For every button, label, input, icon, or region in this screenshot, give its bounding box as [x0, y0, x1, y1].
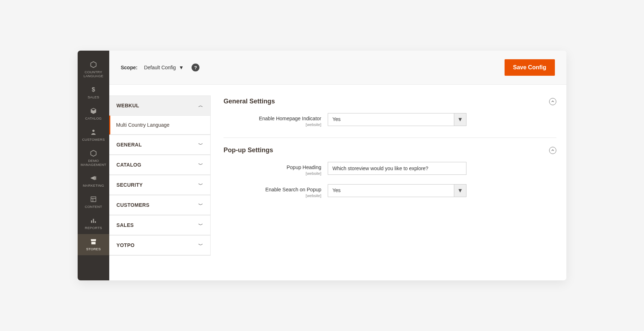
sidebar-item-sales[interactable]: $ SALES — [78, 82, 109, 103]
enable-homepage-indicator-select[interactable]: Yes ▼ — [328, 113, 466, 126]
config-subitem-multi-country-language[interactable]: Multi Country Language — [109, 116, 210, 135]
config-group-general: GENERAL ﹀ — [109, 135, 211, 155]
config-group-catalog: CATALOG ﹀ — [109, 155, 211, 175]
dollar-icon: $ — [89, 86, 97, 94]
collapse-up-icon[interactable] — [549, 147, 556, 154]
sidebar-item-stores[interactable]: STORES — [78, 234, 109, 255]
section-head-popup-settings[interactable]: Pop-up Settings — [224, 144, 556, 159]
svg-text:$: $ — [92, 86, 95, 93]
content: WEBKUL ︿ Multi Country Language GENERAL … — [109, 85, 566, 280]
scope-label: Scope: — [121, 65, 138, 70]
section-head-general-settings[interactable]: General Settings — [224, 95, 556, 110]
sidebar-item-label: COUNTRYLANGUAGE — [83, 70, 103, 78]
field-label: Enable Search on Popup — [265, 187, 321, 192]
config-group-label: YOTPO — [116, 242, 135, 248]
scope-value: Default Config — [144, 65, 176, 70]
config-nav: WEBKUL ︿ Multi Country Language GENERAL … — [109, 95, 211, 280]
svg-marker-0 — [91, 62, 96, 68]
popup-heading-input[interactable] — [328, 162, 466, 175]
svg-marker-3 — [91, 150, 96, 156]
config-group-label: CUSTOMERS — [116, 202, 150, 208]
sidebar-item-customers[interactable]: CUSTOMERS — [78, 125, 109, 146]
sidebar-item-content[interactable]: CONTENT — [78, 192, 109, 213]
config-group-label: GENERAL — [116, 142, 142, 148]
chevron-down-icon: ﹀ — [198, 222, 203, 228]
field-label-wrap: Enable Homepage Indicator [website] — [224, 113, 328, 127]
sidebar-item-reports[interactable]: REPORTS — [78, 213, 109, 234]
config-group-head-general[interactable]: GENERAL ﹀ — [109, 135, 210, 155]
config-group-head-catalog[interactable]: CATALOG ﹀ — [109, 155, 210, 175]
svg-rect-9 — [95, 222, 96, 223]
sidebar-item-country-language[interactable]: COUNTRYLANGUAGE — [78, 57, 109, 82]
sidebar-item-label: CUSTOMERS — [82, 138, 105, 142]
config-group-yotpo: YOTPO ﹀ — [109, 235, 211, 256]
bar-chart-icon — [89, 216, 97, 224]
config-group-head-customers[interactable]: CUSTOMERS ﹀ — [109, 195, 210, 215]
field-enable-search-on-popup: Enable Search on Popup [website] Yes ▼ — [224, 181, 556, 204]
config-group-label: SECURITY — [116, 182, 143, 188]
admin-sidebar: COUNTRYLANGUAGE $ SALES CATALOG CUSTOMER… — [78, 51, 109, 280]
box-icon — [89, 107, 97, 115]
caret-down-icon: ▼ — [179, 65, 184, 70]
field-label-wrap: Enable Search on Popup [website] — [224, 184, 328, 198]
select-value: Yes — [328, 113, 454, 126]
settings-panel: General Settings Enable Homepage Indicat… — [211, 95, 566, 280]
app-window: COUNTRYLANGUAGE $ SALES CATALOG CUSTOMER… — [78, 51, 566, 280]
svg-rect-7 — [91, 220, 92, 223]
sidebar-item-marketing[interactable]: MARKETING — [78, 171, 109, 192]
config-group-label: CATALOG — [116, 162, 141, 168]
config-group-customers: CUSTOMERS ﹀ — [109, 195, 211, 215]
select-value: Yes — [328, 185, 454, 197]
field-popup-heading: Popup Heading [website] — [224, 159, 556, 181]
field-scope: [website] — [224, 171, 321, 176]
hexagon-icon — [89, 149, 97, 157]
person-icon — [89, 128, 97, 136]
chevron-down-icon: ﹀ — [198, 141, 203, 148]
config-group-head-yotpo[interactable]: YOTPO ﹀ — [109, 236, 210, 255]
scope-select[interactable]: Default Config ▼ — [144, 65, 184, 70]
config-group-head-security[interactable]: SECURITY ﹀ — [109, 175, 210, 195]
topbar: Scope: Default Config ▼ ? Save Config — [109, 51, 566, 85]
main-area: Scope: Default Config ▼ ? Save Config WE… — [109, 51, 566, 280]
enable-search-on-popup-select[interactable]: Yes ▼ — [328, 184, 466, 197]
save-config-button[interactable]: Save Config — [505, 59, 555, 76]
field-scope: [website] — [224, 122, 321, 127]
sidebar-item-label: DEMOMANAGEMENT — [80, 159, 106, 167]
field-control — [328, 162, 466, 175]
sidebar-item-label: REPORTS — [85, 226, 102, 230]
config-group-label: WEBKUL — [116, 103, 139, 108]
config-group-label: SALES — [116, 222, 134, 228]
caret-down-icon: ▼ — [454, 113, 466, 126]
chevron-down-icon: ﹀ — [198, 242, 203, 248]
config-group-head-webkul[interactable]: WEBKUL ︿ — [109, 96, 210, 116]
chevron-down-icon: ﹀ — [198, 182, 203, 188]
sidebar-item-label: CONTENT — [85, 205, 102, 209]
storefront-icon — [89, 238, 97, 246]
config-subitem-label: Multi Country Language — [116, 122, 170, 128]
sidebar-item-label: SALES — [88, 95, 99, 99]
section-title: Pop-up Settings — [224, 146, 273, 154]
collapse-up-icon[interactable] — [549, 98, 556, 105]
chevron-down-icon: ﹀ — [198, 162, 203, 168]
config-group-webkul: WEBKUL ︿ Multi Country Language — [109, 95, 211, 135]
help-icon[interactable]: ? — [192, 64, 199, 71]
megaphone-icon — [89, 174, 97, 182]
svg-rect-4 — [91, 197, 96, 202]
field-label: Enable Homepage Indicator — [259, 116, 321, 121]
sidebar-item-label: STORES — [86, 247, 101, 251]
svg-rect-8 — [93, 219, 94, 223]
field-control: Yes ▼ — [328, 113, 466, 126]
sidebar-item-label: MARKETING — [83, 184, 104, 188]
config-group-sales: SALES ﹀ — [109, 215, 211, 235]
sidebar-item-catalog[interactable]: CATALOG — [78, 103, 109, 125]
section-divider — [224, 137, 556, 138]
chevron-up-icon: ︿ — [198, 102, 203, 109]
field-label-wrap: Popup Heading [website] — [224, 162, 328, 176]
sidebar-item-demo-management[interactable]: DEMOMANAGEMENT — [78, 146, 109, 171]
config-group-head-sales[interactable]: SALES ﹀ — [109, 215, 210, 235]
svg-point-2 — [92, 130, 95, 132]
section-title: General Settings — [224, 98, 275, 105]
caret-down-icon: ▼ — [454, 185, 466, 197]
field-enable-homepage-indicator: Enable Homepage Indicator [website] Yes … — [224, 110, 556, 132]
field-control: Yes ▼ — [328, 184, 466, 197]
